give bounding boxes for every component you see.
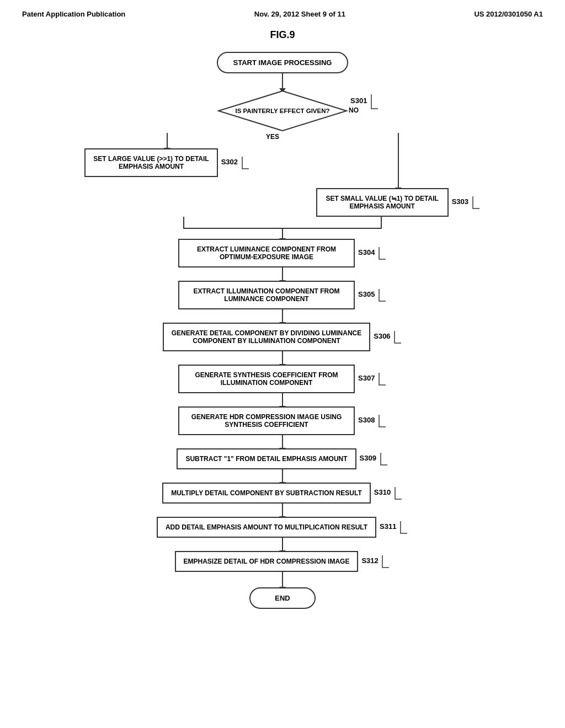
s310-box: MULTIPLY DETAIL COMPONENT BY SUBTRACTION…: [162, 483, 371, 504]
arrow-10: [282, 504, 283, 517]
s307-box: GENERATE SYNTHESIS COEFFICIENT FROM ILLU…: [178, 365, 355, 393]
no-label: NO: [349, 106, 359, 114]
s312-row: EMPHASIZE DETAIL OF HDR COMPRESSION IMAG…: [22, 551, 543, 572]
s307-label: S307: [358, 372, 387, 386]
diamond-wrapper: IS PAINTERLY EFFECT GIVEN?: [216, 89, 349, 133]
s308-box: GENERATE HDR COMPRESSION IMAGE USING SYN…: [178, 406, 355, 435]
horizontal-merge: [183, 228, 382, 229]
s306-box: GENERATE DETAIL COMPONENT BY DIVIDING LU…: [163, 323, 370, 351]
s306-label: S306: [374, 330, 402, 344]
s304-row: EXTRACT LUMINANCE COMPONENT FROM OPTIMUM…: [22, 239, 543, 267]
right-arm-down: [381, 217, 382, 228]
end-node: END: [249, 587, 316, 609]
arrow-8: [282, 435, 283, 448]
s309-label: S309: [360, 452, 388, 466]
s303-box: SET SMALL VALUE (≒1) TO DETAIL EMPHASIS …: [316, 188, 449, 217]
s306-row: GENERATE DETAIL COMPONENT BY DIVIDING LU…: [22, 323, 543, 351]
s309-box: SUBTRACT "1" FROM DETAIL EMPHASIS AMOUNT: [177, 448, 356, 469]
start-node: START IMAGE PROCESSING: [217, 52, 349, 73]
header-right: US 2012/0301050 A1: [474, 10, 543, 18]
arrow-9: [282, 469, 283, 483]
arrow-5: [282, 309, 283, 323]
diamond-row: IS PAINTERLY EFFECT GIVEN? S301 NO: [22, 89, 543, 133]
s309-row: SUBTRACT "1" FROM DETAIL EMPHASIS AMOUNT…: [22, 448, 543, 469]
flowchart: START IMAGE PROCESSING IS PAINTERLY EFFE…: [0, 52, 565, 609]
start-row: START IMAGE PROCESSING: [22, 52, 543, 73]
s303-label: S303: [452, 195, 481, 210]
s312-box: EMPHASIZE DETAIL OF HDR COMPRESSION IMAG…: [175, 551, 359, 572]
s310-row: MULTIPLY DETAIL COMPONENT BY SUBTRACTION…: [22, 483, 543, 504]
figure-title: FIG.9: [0, 29, 565, 41]
arrow-1: [282, 73, 283, 89]
s310-label: S310: [374, 486, 403, 500]
s308-row: GENERATE HDR COMPRESSION IMAGE USING SYN…: [22, 406, 543, 435]
s302-box: SET LARGE VALUE (>>1) TO DETAIL EMPHASIS…: [84, 148, 217, 177]
arrow-4: [282, 267, 283, 281]
arrow-7: [282, 393, 283, 406]
arrow-11: [282, 538, 283, 551]
header-middle: Nov. 29, 2012 Sheet 9 of 11: [254, 10, 345, 18]
page-header: Patent Application Publication Nov. 29, …: [0, 0, 565, 24]
s305-box: EXTRACT ILLUMINATION COMPONENT FROM LUMI…: [178, 281, 355, 309]
s308-label: S308: [358, 414, 387, 428]
diamond-text: IS PAINTERLY EFFECT GIVEN?: [233, 108, 332, 114]
yes-branch: SET LARGE VALUE (>>1) TO DETAIL EMPHASIS…: [84, 133, 249, 217]
s307-row: GENERATE SYNTHESIS COEFFICIENT FROM ILLU…: [22, 365, 543, 393]
arrow-6: [282, 351, 283, 365]
s302-label: S302: [221, 156, 250, 170]
s304-box: EXTRACT LUMINANCE COMPONENT FROM OPTIMUM…: [178, 239, 355, 267]
merge-down: [282, 228, 283, 239]
no-vertical-line: [398, 133, 399, 188]
s305-label: S305: [358, 288, 387, 302]
no-branch: SET SMALL VALUE (≒1) TO DETAIL EMPHASIS …: [316, 133, 481, 217]
arrow-12: [282, 572, 283, 587]
s312-label: S312: [361, 554, 390, 569]
yes-label: YES: [266, 133, 279, 141]
s304-label: S304: [358, 246, 387, 260]
end-row: END: [22, 587, 543, 609]
s311-label: S311: [380, 520, 408, 534]
s302-row: SET LARGE VALUE (>>1) TO DETAIL EMPHASIS…: [84, 148, 249, 177]
arrow-yes: [167, 133, 168, 148]
header-left: Patent Application Publication: [22, 10, 125, 18]
s311-row: ADD DETAIL EMPHASIS AMOUNT TO MULTIPLICA…: [22, 517, 543, 538]
s311-box: ADD DETAIL EMPHASIS AMOUNT TO MULTIPLICA…: [157, 517, 376, 538]
s305-row: EXTRACT ILLUMINATION COMPONENT FROM LUMI…: [22, 281, 543, 309]
left-arm-down: [183, 217, 184, 228]
branch-layout: YES SET LARGE VALUE (>>1) TO DETAIL EMPH…: [22, 133, 543, 217]
s303-row: SET SMALL VALUE (≒1) TO DETAIL EMPHASIS …: [316, 188, 481, 217]
merge-section: [117, 217, 448, 239]
